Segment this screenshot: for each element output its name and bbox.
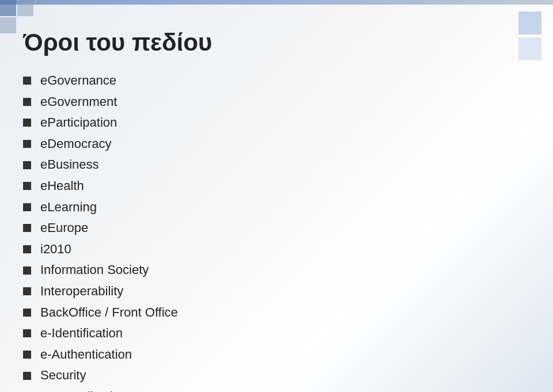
bullet-icon bbox=[23, 309, 31, 317]
bullet-icon bbox=[23, 267, 31, 275]
bullet-icon bbox=[23, 245, 31, 253]
list-item: Information Society bbox=[23, 262, 530, 279]
list-item: eParticipation bbox=[23, 115, 530, 131]
item-text: Personalisation bbox=[40, 389, 127, 392]
item-text: eGovernment bbox=[40, 94, 117, 111]
bullet-icon bbox=[23, 140, 31, 148]
list-item: BackOffice / Front Office bbox=[23, 305, 530, 321]
item-text: i2010 bbox=[40, 241, 71, 258]
bullet-icon bbox=[23, 119, 31, 127]
bullet-icon bbox=[23, 351, 31, 359]
bullet-icon bbox=[23, 161, 31, 169]
bullet-icon bbox=[23, 203, 31, 211]
item-text: eEurope bbox=[40, 220, 88, 237]
list-item: e-Authentication bbox=[23, 347, 530, 363]
bullet-icon bbox=[23, 98, 31, 106]
bullet-icon bbox=[23, 182, 31, 190]
page-title: Όροι του πεδίου bbox=[23, 29, 530, 56]
item-text: eBusiness bbox=[40, 157, 99, 173]
bullet-icon bbox=[23, 329, 31, 337]
item-text: Security bbox=[40, 367, 86, 384]
bullet-list: eGovernanceeGovernmenteParticipationeDem… bbox=[23, 73, 530, 392]
list-item: i2010 bbox=[23, 241, 530, 258]
list-item: eHealth bbox=[23, 178, 530, 195]
list-item: Interoperability bbox=[23, 283, 530, 300]
list-item: eLearning bbox=[23, 199, 530, 216]
list-item: Personalisation bbox=[23, 389, 530, 392]
item-text: eDemocracy bbox=[40, 136, 111, 153]
item-text: e-Authentication bbox=[40, 347, 132, 363]
top-decoration-strip bbox=[0, 0, 553, 5]
item-text: Information Society bbox=[40, 262, 149, 279]
list-item: Security bbox=[23, 367, 530, 384]
list-item: eGovernment bbox=[23, 94, 530, 111]
item-text: eLearning bbox=[40, 199, 97, 216]
list-item: eEurope bbox=[23, 220, 530, 237]
item-text: Interoperability bbox=[40, 283, 123, 300]
bullet-icon bbox=[23, 77, 31, 85]
bullet-icon bbox=[23, 224, 31, 232]
list-item: e-Identification bbox=[23, 325, 530, 342]
list-item: eBusiness bbox=[23, 157, 530, 173]
list-item: eGovernance bbox=[23, 73, 530, 89]
item-text: BackOffice / Front Office bbox=[40, 305, 178, 321]
list-item: eDemocracy bbox=[23, 136, 530, 153]
bullet-icon bbox=[23, 372, 31, 380]
item-text: eGovernance bbox=[40, 73, 116, 89]
bullet-icon bbox=[23, 287, 31, 295]
main-content: Όροι του πεδίου eGovernanceeGovernmenteP… bbox=[23, 17, 530, 369]
item-text: eHealth bbox=[40, 178, 84, 195]
item-text: e-Identification bbox=[40, 325, 123, 342]
item-text: eParticipation bbox=[40, 115, 117, 131]
